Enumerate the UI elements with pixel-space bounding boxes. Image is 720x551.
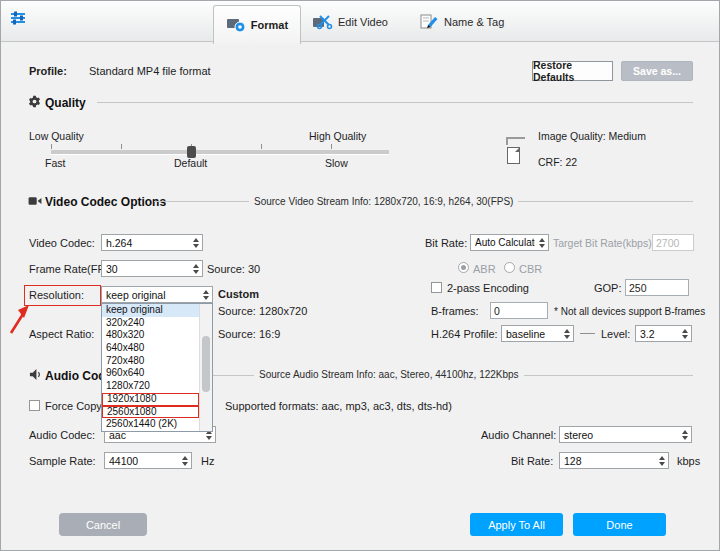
video-codec-value: h.264 — [102, 237, 189, 249]
video-codec-icon — [28, 195, 42, 207]
audio-channel-value: stereo — [560, 429, 678, 441]
gop-input[interactable] — [625, 279, 689, 296]
two-pass-checkbox[interactable] — [431, 282, 442, 293]
hz-label: Hz — [201, 455, 214, 468]
video-codec-options-heading: Video Codec Options — [45, 195, 166, 209]
tab-edit-video[interactable]: Edit Video — [313, 9, 388, 35]
dropdown-scrollbar-thumb[interactable] — [202, 336, 210, 392]
level-select[interactable]: 3.2 — [635, 325, 692, 342]
framerate-select[interactable]: 30 — [101, 260, 203, 277]
resolution-option[interactable]: 640x480 — [102, 342, 199, 355]
sample-rate-label: Sample Rate: — [29, 455, 96, 468]
sample-rate-value: 44100 — [105, 455, 178, 467]
cbr-label: CBR — [519, 263, 542, 276]
quality-divider — [97, 102, 693, 103]
slow-label: Slow — [325, 157, 348, 170]
aspect-ratio-label: Aspect Ratio: — [29, 328, 94, 341]
tab-name-tag[interactable]: Name & Tag — [419, 9, 504, 35]
cancel-button[interactable]: Cancel — [59, 513, 147, 536]
resolution-option[interactable]: 320x240 — [102, 317, 199, 330]
resolution-source: Source: 1280x720 — [218, 305, 307, 318]
custom-label: Custom — [218, 288, 259, 301]
level-value: 3.2 — [636, 328, 678, 340]
resolution-option-1920x1080[interactable]: 1920x1080 — [102, 393, 199, 406]
chevron-updown-icon — [178, 453, 191, 468]
default-label: Default — [174, 157, 207, 170]
resolution-option-2560x1080[interactable]: 2560x1080 — [102, 406, 199, 419]
quality-slider-track[interactable] — [51, 150, 389, 155]
resolution-option[interactable]: 1280x720 — [102, 380, 199, 393]
h264-profile-value: baseline — [502, 328, 560, 340]
chevron-updown-icon — [678, 427, 691, 442]
quality-heading: Quality — [45, 96, 86, 110]
video-codec-label: Video Codec: — [29, 237, 95, 250]
aspect-ratio-source: Source: 16:9 — [218, 328, 280, 341]
crf-label: CRF: 22 — [538, 156, 577, 169]
h264-profile-select[interactable]: baseline — [501, 325, 574, 342]
audio-channel-select[interactable]: stereo — [559, 426, 692, 443]
bitrate-label: Bit Rate: — [425, 237, 467, 250]
format-tab-icon — [226, 17, 246, 33]
resolution-option[interactable]: 480x320 — [102, 329, 199, 342]
chevron-updown-icon — [678, 326, 691, 341]
resolution-dropdown-list: keep original 320x240 480x320 640x480 72… — [101, 303, 213, 432]
chevron-updown-icon — [199, 287, 212, 302]
apply-to-all-button[interactable]: Apply To All — [470, 513, 563, 536]
target-bitrate-label: Target Bit Rate(kbps): — [553, 237, 655, 250]
resolution-option[interactable]: 720x480 — [102, 355, 199, 368]
resolution-select[interactable]: keep original — [101, 286, 213, 303]
bitrate-select[interactable]: Auto Calculate — [470, 234, 549, 251]
tab-format-label: Format — [251, 19, 288, 31]
audio-codec-label: Audio Codec: — [29, 429, 95, 442]
chevron-updown-icon — [535, 235, 548, 250]
bframes-label: B-frames: — [431, 305, 479, 318]
resolution-option[interactable]: keep original — [102, 304, 199, 317]
tab-format[interactable]: Format — [213, 5, 301, 44]
fast-label: Fast — [45, 157, 65, 170]
chevron-updown-icon — [655, 453, 668, 468]
tab-name-tag-label: Name & Tag — [444, 16, 504, 28]
image-quality-label: Image Quality: Medium — [538, 130, 646, 143]
audio-bitrate-value: 128 — [560, 455, 655, 467]
target-bitrate-input — [652, 234, 694, 251]
profile-level-connector — [580, 333, 595, 334]
dropdown-scrollbar — [199, 304, 212, 431]
quality-connector-line — [506, 137, 508, 145]
force-copy-checkbox[interactable] — [29, 400, 40, 411]
slider-tick — [331, 144, 332, 149]
framerate-value: 30 — [102, 263, 189, 275]
bframes-note: * Not all devices support B-frames — [554, 305, 705, 318]
high-quality-label: High Quality — [309, 130, 366, 143]
profile-value: Standard MP4 file format — [89, 65, 211, 78]
done-button[interactable]: Done — [573, 513, 666, 536]
framerate-source: Source: 30 — [207, 263, 260, 276]
resolution-annotation-box — [24, 285, 101, 306]
quality-connector-line — [506, 137, 525, 139]
h264-profile-label: H.264 Profile: — [431, 328, 498, 341]
slider-tick — [261, 144, 262, 149]
restore-defaults-button[interactable]: Restore Defaults — [532, 61, 613, 81]
cbr-radio — [504, 262, 515, 273]
level-label: Level: — [601, 328, 630, 341]
resolution-value: keep original — [102, 289, 199, 301]
audio-channel-label: Audio Channel: — [481, 429, 556, 442]
document-icon — [507, 147, 520, 164]
chevron-updown-icon — [189, 261, 202, 276]
annotation-arrow — [4, 302, 34, 336]
bitrate-value: Auto Calculate — [471, 237, 535, 248]
slider-tick — [51, 144, 52, 149]
resolution-option[interactable]: 960x640 — [102, 367, 199, 380]
audio-bitrate-select[interactable]: 128 — [559, 452, 669, 469]
slider-tick — [121, 144, 122, 149]
sample-rate-select[interactable]: 44100 — [104, 452, 192, 469]
resolution-option[interactable]: 2560x1440 (2K) — [102, 418, 199, 431]
save-as-button: Save as... — [621, 61, 693, 81]
two-pass-label: 2-pass Encoding — [447, 282, 529, 295]
audio-bitrate-label: Bit Rate: — [511, 455, 553, 468]
video-codec-select[interactable]: h.264 — [101, 234, 203, 251]
bframes-input[interactable] — [490, 302, 548, 319]
supported-formats-label: Supported formats: aac, mp3, ac3, dts, d… — [225, 400, 452, 413]
kbps-label: kbps — [677, 455, 700, 468]
chevron-updown-icon — [560, 326, 573, 341]
app-settings-icon — [9, 9, 27, 27]
